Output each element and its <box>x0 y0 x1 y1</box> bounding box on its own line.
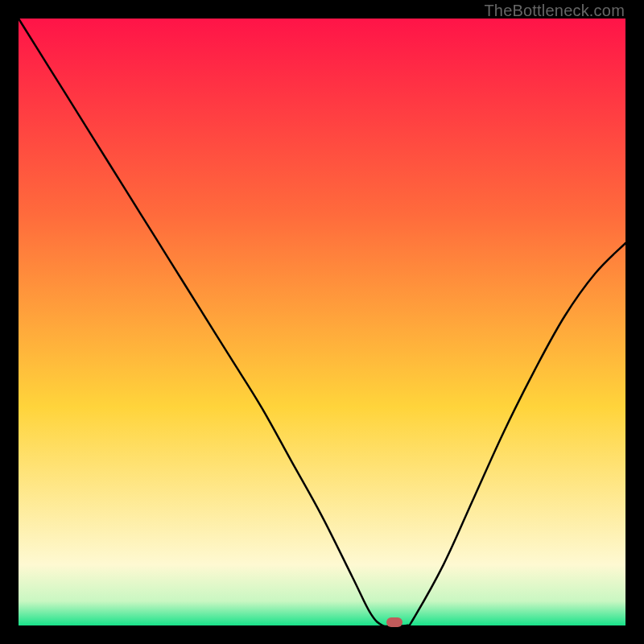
plot-area <box>19 19 625 625</box>
bottleneck-curve <box>19 19 625 625</box>
chart-frame: TheBottleneck.com <box>0 0 644 644</box>
optimal-marker <box>386 617 402 627</box>
watermark-text: TheBottleneck.com <box>484 2 625 20</box>
